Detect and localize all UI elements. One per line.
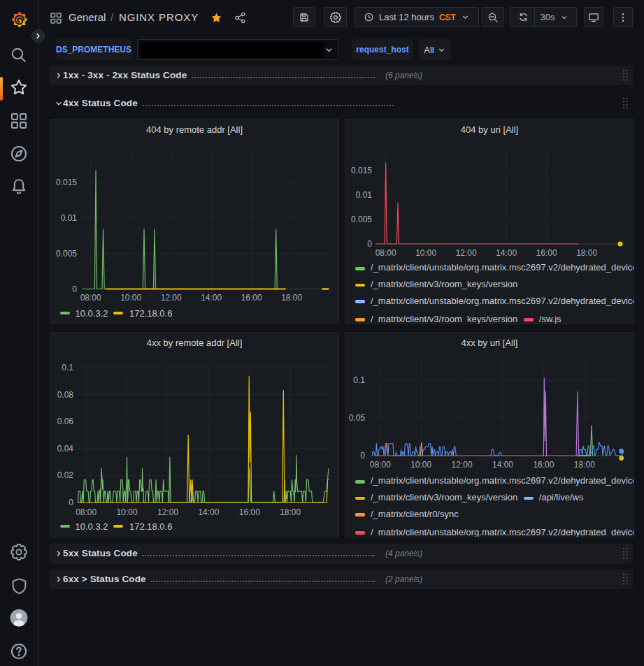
svg-text:10:00: 10:00 bbox=[415, 248, 436, 258]
svg-text:18:00: 18:00 bbox=[280, 507, 301, 517]
svg-text:16:00: 16:00 bbox=[536, 248, 557, 258]
svg-text:0.02: 0.02 bbox=[57, 470, 74, 480]
svg-text:18:00: 18:00 bbox=[574, 460, 595, 470]
svg-text:12:00: 12:00 bbox=[456, 248, 477, 258]
svg-text:10:00: 10:00 bbox=[410, 460, 431, 470]
svg-text:12:00: 12:00 bbox=[452, 460, 473, 470]
svg-text:10:00: 10:00 bbox=[117, 507, 138, 517]
svg-text:10:00: 10:00 bbox=[120, 293, 141, 303]
svg-text:14:00: 14:00 bbox=[496, 248, 517, 258]
svg-text:0: 0 bbox=[69, 498, 73, 507]
svg-text:18:00: 18:00 bbox=[576, 248, 597, 258]
svg-text:0.08: 0.08 bbox=[57, 390, 74, 400]
svg-text:0.01: 0.01 bbox=[356, 190, 373, 200]
svg-text:14:00: 14:00 bbox=[201, 293, 222, 303]
svg-text:08:00: 08:00 bbox=[80, 293, 101, 303]
svg-text:0.01: 0.01 bbox=[61, 213, 78, 223]
svg-text:0.015: 0.015 bbox=[56, 178, 77, 187]
svg-text:16:00: 16:00 bbox=[241, 293, 262, 303]
svg-text:0: 0 bbox=[367, 239, 372, 249]
svg-text:0.06: 0.06 bbox=[57, 417, 74, 426]
svg-text:14:00: 14:00 bbox=[198, 507, 219, 517]
svg-text:18:00: 18:00 bbox=[281, 293, 302, 303]
svg-text:12:00: 12:00 bbox=[161, 293, 182, 303]
svg-text:0: 0 bbox=[72, 284, 77, 294]
svg-text:0.1: 0.1 bbox=[62, 363, 73, 372]
svg-text:0.015: 0.015 bbox=[351, 166, 372, 175]
svg-text:12:00: 12:00 bbox=[157, 507, 178, 517]
svg-text:08:00: 08:00 bbox=[370, 460, 391, 470]
svg-text:0.05: 0.05 bbox=[349, 413, 366, 423]
svg-text:14:00: 14:00 bbox=[492, 460, 513, 470]
svg-text:0.1: 0.1 bbox=[353, 375, 365, 385]
svg-text:08:00: 08:00 bbox=[375, 248, 396, 258]
svg-text:0.005: 0.005 bbox=[56, 249, 77, 259]
svg-text:08:00: 08:00 bbox=[76, 507, 96, 517]
svg-text:16:00: 16:00 bbox=[533, 460, 554, 470]
svg-text:0.04: 0.04 bbox=[57, 444, 74, 454]
svg-text:16:00: 16:00 bbox=[239, 507, 260, 517]
svg-text:0.005: 0.005 bbox=[351, 215, 372, 224]
svg-text:0: 0 bbox=[360, 451, 365, 461]
